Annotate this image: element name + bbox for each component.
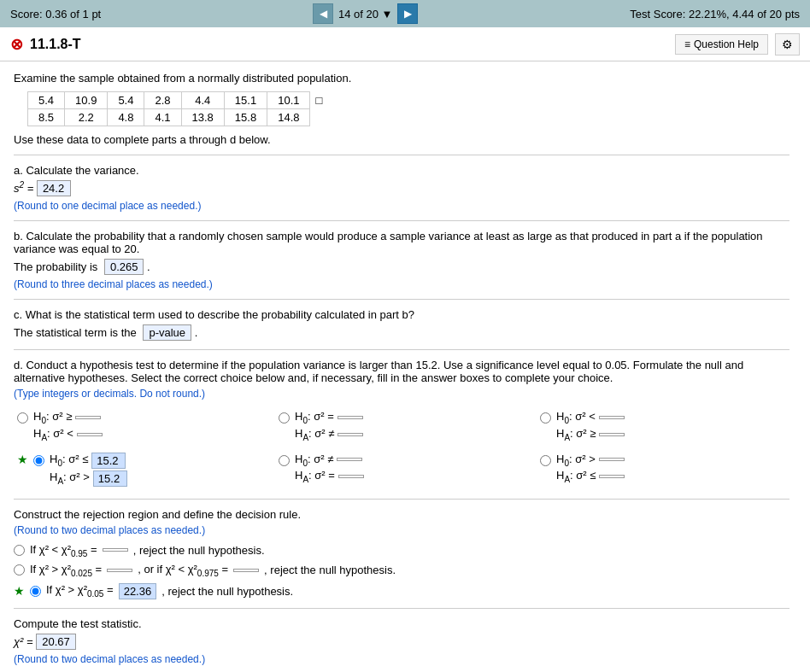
gear-icon: ⚙ <box>782 38 793 51</box>
hypothesis-B-lines: H0: σ² = HA: σ² ≠ <box>295 410 363 441</box>
rejection-A-box[interactable] <box>103 548 128 552</box>
variance-note: (Round to one decimal place as needed.) <box>14 200 789 212</box>
chi-formula: χ² = <box>14 635 36 648</box>
hypothesis-radio-C[interactable] <box>540 412 551 424</box>
star-icon-C: ★ <box>14 584 25 598</box>
hyp-C-ha-box[interactable] <box>599 433 625 436</box>
hypothesis-option-F: H0: σ² > HA: σ² ≤ <box>537 449 789 490</box>
hypothesis-D-lines: H0: σ² ≤ 15.2 HA: σ² > 15.2 <box>50 453 127 487</box>
nav-prev-button[interactable]: ◀ <box>313 3 333 24</box>
cell-icon: □ <box>310 92 333 109</box>
instruction-text: Use these data to complete parts a throu… <box>14 133 789 146</box>
cell: 15.1 <box>224 92 267 109</box>
cell: 2.8 <box>144 92 181 109</box>
rejection-B-box2[interactable] <box>233 569 259 572</box>
variance-answer-box[interactable]: 24.2 <box>37 180 71 196</box>
hyp-C-h0: H0: σ² < <box>556 410 625 425</box>
score-label: Score: 0.36 of 1 pt <box>10 8 101 20</box>
hyp-A-h0: H0: σ² ≥ <box>33 410 103 425</box>
rejection-radio-B[interactable] <box>14 564 25 576</box>
hypothesis-radio-D[interactable] <box>33 455 44 466</box>
hypothesis-radio-B[interactable] <box>279 412 290 424</box>
cell-empty <box>310 109 333 126</box>
probability-note: (Round to three decimal places as needed… <box>14 278 789 290</box>
part-a-label: a. Calculate the variance. <box>14 164 789 177</box>
hyp-F-h0: H0: σ² > <box>556 453 625 468</box>
rejection-options: If χ² < χ²0.95 = , reject the null hypot… <box>14 543 789 599</box>
rejection-B-label: If χ² > χ²0.025 = , or if χ² < χ²0.975 =… <box>30 563 396 578</box>
hyp-D-ha-val[interactable]: 15.2 <box>93 470 127 487</box>
cell: 4.4 <box>181 92 224 109</box>
hyp-E-h0: H0: σ² ≠ <box>295 453 364 468</box>
hyp-F-ha-box[interactable] <box>599 475 625 478</box>
intro-text: Examine the sample obtained from a norma… <box>14 72 789 85</box>
cell: 10.9 <box>65 92 108 109</box>
chi-answer-box[interactable]: 20.67 <box>36 634 76 650</box>
title-right: ≡ Question Help ⚙ <box>675 33 800 56</box>
rejection-option-C: ★ If χ² > χ²0.05 = 22.36 , reject the nu… <box>14 583 789 599</box>
cell: 4.1 <box>144 109 181 126</box>
statistical-term-answer: The statistical term is the p-value . <box>14 324 789 341</box>
settings-button[interactable]: ⚙ <box>775 33 800 56</box>
title-left: ⊗ 11.1.8-T <box>10 35 81 54</box>
hyp-E-h0-box[interactable] <box>337 458 362 461</box>
hyp-C-h0-box[interactable] <box>599 416 625 419</box>
hyp-F-h0-box[interactable] <box>599 458 625 461</box>
rejection-A-label: If χ² < χ²0.95 = , reject the null hypot… <box>30 543 265 558</box>
hyp-B-h0-box[interactable] <box>338 416 363 419</box>
hyp-A-ha-box[interactable] <box>77 433 103 436</box>
rejection-radio-C[interactable] <box>30 586 41 597</box>
hyp-D-h0: H0: σ² ≤ 15.2 <box>50 453 127 469</box>
test-score-label: Test Score: 22.21%, 4.44 of 20 pts <box>630 8 800 20</box>
hypothesis-option-D: ★ H0: σ² ≤ 15.2 HA: σ² > 15.2 <box>14 449 267 490</box>
rejection-option-B: If χ² > χ²0.025 = , or if χ² < χ²0.975 =… <box>14 563 789 578</box>
cell: 13.8 <box>181 109 224 126</box>
data-row-1: 5.4 10.9 5.4 2.8 4.4 15.1 10.1 □ <box>28 92 333 109</box>
list-icon: ≡ <box>684 38 690 50</box>
test-stat-label: Compute the test statistic. <box>14 617 789 630</box>
hyp-E-ha: HA: σ² = <box>295 469 364 484</box>
rejection-option-A: If χ² < χ²0.95 = , reject the null hypot… <box>14 543 789 558</box>
nav-center: ◀ 14 of 20 ▼ ▶ <box>313 3 418 24</box>
chi-note: (Round to two decimal places as needed.) <box>14 653 789 665</box>
rejection-note: (Round to two decimal places as needed.) <box>14 524 789 536</box>
hyp-B-h0: H0: σ² = <box>295 410 363 425</box>
part-d-label: d. Conduct a hypothesis test to determin… <box>14 359 789 384</box>
part-c-label: c. What is the statistical term used to … <box>14 308 789 321</box>
cell: 14.8 <box>267 109 310 126</box>
probability-answer-box[interactable]: 0.265 <box>104 259 144 275</box>
variance-formula: s2 = <box>14 182 37 195</box>
main-content: Examine the sample obtained from a norma… <box>0 61 803 672</box>
probability-period: . <box>147 260 150 273</box>
hypothesis-radio-F[interactable] <box>540 455 551 466</box>
nav-next-button[interactable]: ▶ <box>397 3 418 24</box>
hypothesis-option-C: H0: σ² < HA: σ² ≥ <box>537 406 789 445</box>
cell: 2.2 <box>65 109 108 126</box>
cell: 5.4 <box>108 92 144 109</box>
part-d-note: (Type integers or decimals. Do not round… <box>14 388 789 400</box>
question-help-button[interactable]: ≡ Question Help <box>675 34 768 55</box>
part-b-answer: The probability is 0.265 . <box>14 259 789 275</box>
hyp-A-ha: HA: σ² < <box>33 427 103 442</box>
title-bar: ⊗ 11.1.8-T ≡ Question Help ⚙ <box>0 27 810 61</box>
hyp-F-ha: HA: σ² ≤ <box>556 469 625 484</box>
hyp-C-ha: HA: σ² ≥ <box>556 427 625 442</box>
hypothesis-E-lines: H0: σ² ≠ HA: σ² = <box>295 453 364 484</box>
hyp-D-h0-val[interactable]: 15.2 <box>91 453 126 469</box>
nav-label: 14 of 20 ▼ <box>338 8 392 20</box>
hyp-D-ha: HA: σ² > 15.2 <box>50 470 127 487</box>
hypothesis-radio-E[interactable] <box>279 455 290 466</box>
probability-intro: The probability is <box>14 260 97 273</box>
hyp-B-ha: HA: σ² ≠ <box>295 427 363 442</box>
hyp-E-ha-box[interactable] <box>338 475 364 478</box>
hyp-A-h0-box[interactable] <box>75 416 101 419</box>
hypothesis-option-B: H0: σ² = HA: σ² ≠ <box>275 406 528 445</box>
rejection-C-answer[interactable]: 22.36 <box>119 583 157 599</box>
part-a-answer: s2 = 24.2 <box>14 180 789 196</box>
statistical-term-box[interactable]: p-value <box>143 324 191 341</box>
hyp-B-ha-box[interactable] <box>338 433 363 436</box>
hypothesis-radio-A[interactable] <box>17 412 28 424</box>
rejection-radio-A[interactable] <box>14 545 25 556</box>
rejection-B-box1[interactable] <box>107 569 132 572</box>
part-b-label: b. Calculate the probability that a rand… <box>14 230 789 255</box>
